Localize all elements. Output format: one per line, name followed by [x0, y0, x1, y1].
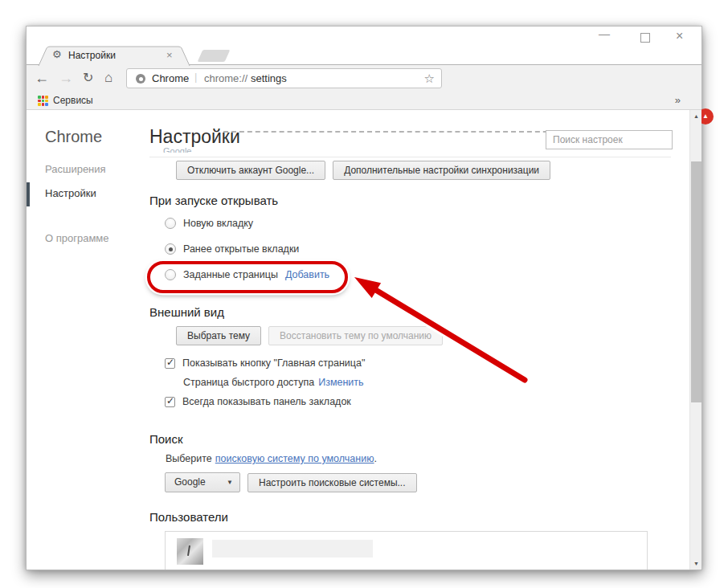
radio-label: Новую вкладку — [183, 218, 253, 229]
active-nav-indicator — [27, 182, 30, 206]
url-divider: | — [194, 71, 197, 83]
minimize-button[interactable]: — — [599, 28, 610, 40]
checkbox-label: Всегда показывать панель закладок — [182, 396, 351, 407]
checkbox-show-home[interactable]: ✓ — [165, 358, 175, 369]
search-sentence: Выберите поисковую систему по умолчанию … — [166, 453, 377, 464]
maximize-button[interactable] — [640, 33, 650, 43]
users-heading: Пользователи — [149, 510, 228, 524]
tab-settings[interactable]: ⚙ Настройки × — [38, 46, 190, 66]
close-window-button[interactable]: × — [676, 30, 683, 42]
manage-search-engines-button[interactable]: Настроить поисковые системы... — [247, 473, 417, 492]
title-bar: — × — [27, 27, 701, 46]
users-list[interactable] — [165, 531, 648, 570]
page-title: Настройки — [149, 126, 240, 148]
home-page-row: Страница быстрого доступа Изменить — [183, 377, 364, 388]
checkbox-show-bookmarks[interactable]: ✓ — [165, 397, 175, 407]
checkbox-row-bookmarks-bar[interactable]: ✓ Всегда показывать панель закладок — [165, 396, 351, 407]
selected-engine: Google — [174, 476, 206, 488]
radio-new-tab[interactable] — [165, 218, 176, 229]
scrollbar[interactable]: ▲ ▼ — [689, 110, 701, 570]
scrollbar-thumb[interactable] — [691, 161, 701, 402]
arrow-annotation — [348, 269, 541, 390]
default-search-link[interactable]: поисковую систему по умолчанию — [215, 453, 374, 464]
bookmark-services[interactable]: Сервисы — [53, 95, 93, 106]
gear-icon: ⚙ — [52, 48, 62, 60]
browser-window: — × ⚙ Настройки × ← → ↻ ⌂ Chrome | chrom… — [26, 26, 702, 570]
appearance-heading: Внешний вид — [149, 305, 224, 319]
radio-row-last-session[interactable]: Ранее открытые вкладки — [165, 243, 299, 255]
user-name-redacted — [212, 540, 373, 557]
advanced-sync-button[interactable]: Дополнительные настройки синхронизации — [333, 161, 550, 180]
tab-title: Настройки — [68, 50, 116, 61]
address-bar[interactable]: Chrome | chrome:// settings ☆ — [126, 68, 442, 88]
tab-close-icon[interactable]: × — [166, 49, 173, 61]
home-icon[interactable]: ⌂ — [104, 69, 112, 87]
sidebar-item-settings[interactable]: Настройки — [45, 187, 96, 199]
chevron-down-icon: ▼ — [227, 473, 233, 492]
sidebar-item-extensions[interactable]: Расширения — [45, 163, 106, 175]
back-icon[interactable]: ← — [35, 69, 49, 87]
settings-page: ▲ ▼ Chrome Расширения Настройки О програ… — [27, 110, 701, 570]
reload-icon[interactable]: ↻ — [83, 69, 93, 87]
radio-row-new-tab[interactable]: Новую вкладку — [165, 218, 253, 229]
highlight-box-annotation — [147, 261, 348, 293]
scroll-up-icon[interactable]: ▲ — [690, 113, 701, 119]
clipped-link-fragment: Google — [163, 146, 194, 153]
sentence-suffix: . — [374, 453, 377, 464]
home-page-text: Страница быстрого доступа — [183, 377, 314, 388]
url-site-label: Chrome — [152, 72, 189, 84]
chrome-page-icon — [136, 74, 145, 84]
radio-last-session[interactable] — [165, 243, 176, 255]
header-separator — [149, 157, 671, 157]
sidebar-product-title: Chrome — [45, 128, 102, 146]
disconnect-google-button[interactable]: Отключить аккаунт Google... — [176, 161, 325, 180]
scroll-down-icon[interactable]: ▼ — [690, 561, 701, 566]
search-settings-input[interactable] — [546, 130, 673, 149]
checkbox-label: Показывать кнопку "Главная страница" — [182, 357, 365, 369]
bookmark-star-icon[interactable]: ☆ — [424, 71, 435, 86]
bookmarks-bar: Сервисы » — [27, 92, 701, 110]
apps-grid-icon — [38, 96, 48, 106]
choose-theme-button[interactable]: Выбрать тему — [176, 326, 261, 345]
tab-strip: ⚙ Настройки × — [27, 46, 701, 65]
forward-icon: → — [59, 69, 73, 87]
toolbar: ← → ↻ ⌂ Chrome | chrome:// settings ☆ M … — [27, 65, 701, 92]
new-tab-button[interactable] — [198, 50, 231, 62]
sentence-prefix: Выберите — [166, 453, 212, 464]
url-path: settings — [251, 72, 287, 84]
url-scheme: chrome:// — [204, 72, 247, 84]
search-engine-select[interactable]: Google ▼ — [165, 472, 240, 492]
check-icon: ✓ — [166, 357, 174, 368]
startup-heading: При запуске открывать — [149, 194, 278, 207]
check-icon: ✓ — [166, 395, 174, 406]
checkbox-row-home-button[interactable]: ✓ Показывать кнопку "Главная страница" — [165, 357, 365, 369]
search-heading: Поиск — [149, 432, 183, 446]
radio-label: Ранее открытые вкладки — [183, 243, 299, 255]
user-avatar — [177, 538, 203, 565]
sidebar-item-about[interactable]: О программе — [45, 232, 109, 244]
bookmarks-overflow-chevron[interactable]: » — [675, 94, 681, 106]
